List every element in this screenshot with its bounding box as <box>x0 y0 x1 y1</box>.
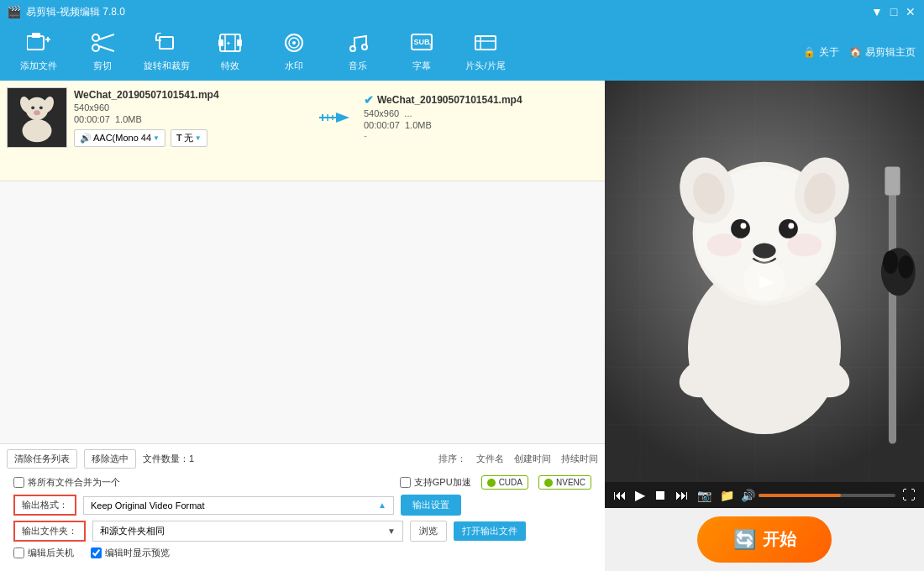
file-item: WeChat_20190507101541.mp4 540x960 00:00:… <box>7 87 598 148</box>
sort-by-time[interactable]: 创建时间 <box>514 453 551 465</box>
svg-point-4 <box>92 34 99 41</box>
svg-point-72 <box>883 251 898 274</box>
svg-point-64 <box>753 243 775 258</box>
folder-dropdown[interactable]: 和源文件夹相同 ▼ <box>92 521 403 542</box>
toolbar-subtitle-label: 字幕 <box>412 60 431 72</box>
fullscreen-button[interactable]: ⛶ <box>900 488 917 503</box>
music-icon <box>346 33 370 56</box>
toolbar-rotate-crop[interactable]: 旋转和裁剪 <box>136 27 197 77</box>
refresh-icon: 🔄 <box>733 529 756 551</box>
format-dropdown[interactable]: Keep Original Video Format ▲ <box>83 496 394 515</box>
file-list-area: WeChat_20190507101541.mp4 540x960 00:00:… <box>0 81 605 181</box>
preview-label: 编辑时显示预览 <box>105 547 170 559</box>
separator-dash: - <box>364 130 598 142</box>
shutdown-checkbox[interactable] <box>13 547 24 558</box>
svg-point-5 <box>92 45 99 51</box>
svg-point-32 <box>39 106 43 109</box>
nvenc-badge: NVENC <box>538 475 591 490</box>
minimize-icon[interactable]: ▼ <box>870 5 884 18</box>
preview-checkbox[interactable] <box>91 547 102 558</box>
about-link[interactable]: 🔒 关于 <box>803 45 839 60</box>
app-title: 易剪辑-视频编辑 7.8.0 <box>26 5 125 19</box>
toolbar-cut[interactable]: 剪切 <box>72 27 133 77</box>
folder-button[interactable]: 📁 <box>718 489 736 502</box>
stop-button[interactable]: ⏹ <box>652 488 669 503</box>
toolbar-right: 🔒 关于 🏠 易剪辑主页 <box>803 45 916 60</box>
merge-label: 将所有文件合并为一个 <box>28 476 120 489</box>
source-thumbnail <box>7 87 67 148</box>
svg-rect-69 <box>889 176 896 444</box>
toolbar-music[interactable]: 音乐 <box>328 27 388 77</box>
audio-dropdown-arrow: ▼ <box>153 134 160 142</box>
sort-area: 排序： 文件名 创建时间 持续时间 <box>438 453 598 465</box>
nvenc-dot <box>544 479 553 487</box>
arrow-area <box>315 109 357 126</box>
video-controls: ⏮ ▶ ⏹ ⏭ 📷 📁 🔊 ⛶ <box>605 482 924 508</box>
task-control-row: 清除任务列表 移除选中 文件数量：1 排序： 文件名 创建时间 持续时间 <box>7 449 598 469</box>
open-output-button[interactable]: 打开输出文件 <box>454 521 526 541</box>
close-icon[interactable]: ✕ <box>904 5 917 18</box>
start-label: 开始 <box>763 528 796 551</box>
rotate-crop-icon <box>155 33 178 56</box>
volume-slider: 🔊 <box>741 489 895 502</box>
empty-area <box>0 181 605 443</box>
next-frame-button[interactable]: ⏭ <box>674 488 690 503</box>
sort-by-duration[interactable]: 持续时间 <box>561 453 598 465</box>
toolbar-effects[interactable]: ✦ 特效 <box>200 27 260 77</box>
title-bar-left: 🎬 易剪辑-视频编辑 7.8.0 <box>7 5 125 19</box>
output-settings-button[interactable]: 输出设置 <box>401 495 461 516</box>
clear-task-button[interactable]: 清除任务列表 <box>7 449 77 469</box>
gpu-label: 支持GPU加速 <box>414 476 471 489</box>
nvenc-label: NVENC <box>556 478 585 487</box>
browse-button[interactable]: 浏览 <box>410 521 447 542</box>
toolbar-opening-ending[interactable]: 片头/片尾 <box>455 27 516 77</box>
source-file-controls: 🔊 AAC(Mono 44 ▼ T 无 ▼ <box>74 129 308 147</box>
source-file-resolution: 540x960 <box>74 102 308 113</box>
output-file-name-row: ✔ WeChat_20190507101541.mp4 <box>364 93 598 107</box>
home-link[interactable]: 🏠 易剪辑主页 <box>849 45 916 60</box>
sort-by-name[interactable]: 文件名 <box>476 453 504 465</box>
svg-point-19 <box>362 45 367 50</box>
svg-point-63 <box>788 223 794 229</box>
cut-icon <box>91 33 114 56</box>
play-overlay[interactable]: ▶ <box>743 260 785 302</box>
maximize-icon[interactable]: □ <box>887 5 900 18</box>
screenshot-button[interactable]: 📷 <box>696 489 713 502</box>
gpu-checkbox-label[interactable]: 支持GPU加速 <box>400 476 471 489</box>
remove-selected-button[interactable]: 移除选中 <box>84 449 136 469</box>
play-button[interactable]: ▶ <box>633 487 647 503</box>
svg-point-61 <box>779 219 798 238</box>
gpu-checkbox[interactable] <box>400 477 411 488</box>
sort-label: 排序： <box>438 453 466 465</box>
format-dropdown-arrow: ▲ <box>378 500 386 510</box>
svg-rect-23 <box>475 36 496 50</box>
output-file-name-text: WeChat_20190507101541.mp4 <box>377 94 522 106</box>
svg-point-28 <box>23 119 52 142</box>
svg-rect-12 <box>218 39 223 46</box>
svg-rect-8 <box>160 37 173 49</box>
preview-checkbox-label[interactable]: 编辑时显示预览 <box>91 547 170 559</box>
shutdown-checkbox-label[interactable]: 编辑后关机 <box>13 547 74 559</box>
merge-checkbox-label[interactable]: 将所有文件合并为一个 <box>13 476 120 489</box>
svg-point-73 <box>898 255 913 278</box>
folder-value: 和源文件夹相同 <box>100 525 165 537</box>
title-bar: 🎬 易剪辑-视频编辑 7.8.0 ▼ □ ✕ <box>0 0 924 24</box>
title-bar-controls: ▼ □ ✕ <box>870 5 917 18</box>
toolbar-subtitle[interactable]: SUB T 字幕 <box>391 27 452 77</box>
subtitle-label: 无 <box>184 132 193 144</box>
prev-frame-button[interactable]: ⏮ <box>612 488 628 503</box>
start-button[interactable]: 🔄 开始 <box>697 516 832 563</box>
merge-checkbox[interactable] <box>13 477 24 488</box>
subtitle-dropdown[interactable]: T 无 ▼ <box>171 129 207 147</box>
svg-rect-70 <box>885 166 900 195</box>
svg-point-17 <box>292 41 296 45</box>
toolbar: 添加文件 剪切 旋转和裁剪 <box>0 24 924 81</box>
audio-dropdown[interactable]: 🔊 AAC(Mono 44 ▼ <box>74 129 165 147</box>
svg-point-62 <box>741 223 747 229</box>
svg-rect-0 <box>27 36 44 50</box>
toolbar-add-file[interactable]: 添加文件 <box>8 27 69 77</box>
volume-track[interactable] <box>759 494 895 497</box>
output-file-resolution: 540x960 ... <box>364 108 598 118</box>
subtitle-icon: SUB T <box>410 33 433 56</box>
toolbar-watermark[interactable]: 水印 <box>264 27 324 77</box>
